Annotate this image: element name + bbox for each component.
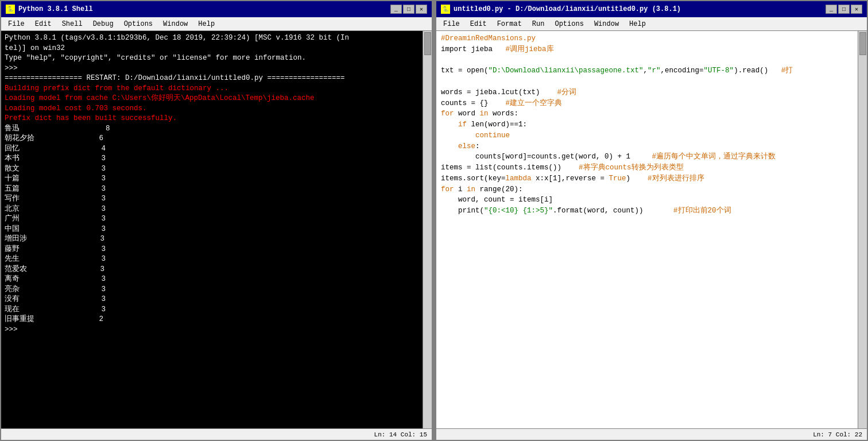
- editor-menu-run[interactable]: Run: [528, 19, 549, 29]
- editor-menu-help[interactable]: Help: [625, 19, 650, 29]
- shell-title-left: 🐍 Python 3.8.1 Shell: [6, 5, 93, 14]
- menu-edit[interactable]: Edit: [30, 19, 56, 29]
- shell-output[interactable]: Python 3.8.1 (tags/v3.8.1:1b293b6, Dec 1…: [1, 31, 423, 428]
- shell-title-text: Python 3.8.1 Shell: [18, 5, 93, 13]
- maximize-button[interactable]: □: [403, 5, 414, 14]
- shell-status-bar: Ln: 14 Col: 15: [1, 428, 432, 440]
- editor-icon: 🐍: [441, 5, 450, 14]
- editor-menu-edit[interactable]: Edit: [466, 19, 491, 29]
- editor-menu-file[interactable]: File: [439, 19, 464, 29]
- shell-title-bar: 🐍 Python 3.8.1 Shell _ □ ✕: [1, 1, 432, 17]
- editor-title-left: 🐍 untitled0.py - D:/Download/lianxii/unt…: [441, 5, 681, 14]
- editor-title-bar: 🐍 untitled0.py - D:/Download/lianxii/unt…: [436, 1, 867, 17]
- python-shell-window: 🐍 Python 3.8.1 Shell _ □ ✕ File Edit She…: [0, 0, 433, 441]
- editor-menu-options[interactable]: Options: [550, 19, 588, 29]
- minimize-button[interactable]: _: [390, 5, 402, 14]
- editor-content-wrapper: #DreaminRedMansions.py import jieba #调用j…: [436, 31, 867, 428]
- editor-window: 🐍 untitled0.py - D:/Download/lianxii/unt…: [435, 0, 868, 441]
- menu-shell[interactable]: Shell: [57, 19, 87, 29]
- close-button[interactable]: ✕: [416, 5, 427, 14]
- editor-scrollbar[interactable]: [858, 31, 867, 428]
- menu-window[interactable]: Window: [158, 19, 192, 29]
- menu-file[interactable]: File: [3, 19, 29, 29]
- editor-status-text: Ln: 7 Col: 22: [813, 431, 862, 438]
- editor-menu-bar: File Edit Format Run Options Window Help: [436, 17, 867, 31]
- editor-menu-format[interactable]: Format: [493, 19, 526, 29]
- menu-help[interactable]: Help: [193, 19, 219, 29]
- editor-area[interactable]: #DreaminRedMansions.py import jieba #调用j…: [436, 31, 858, 428]
- menu-options[interactable]: Options: [119, 19, 157, 29]
- editor-title-text: untitled0.py - D:/Download/lianxii/untit…: [454, 5, 681, 13]
- editor-scrollbar-thumb[interactable]: [859, 32, 866, 55]
- editor-status-bar: Ln: 7 Col: 22: [436, 428, 867, 440]
- shell-menu-bar: File Edit Shell Debug Options Window Hel…: [1, 17, 432, 31]
- shell-scrollbar-thumb[interactable]: [424, 32, 431, 55]
- shell-content-wrapper: Python 3.8.1 (tags/v3.8.1:1b293b6, Dec 1…: [1, 31, 432, 428]
- python-icon: 🐍: [6, 5, 15, 14]
- shell-scrollbar[interactable]: [423, 31, 432, 428]
- editor-menu-window[interactable]: Window: [590, 19, 623, 29]
- editor-minimize-button[interactable]: _: [826, 5, 837, 14]
- shell-status-text: Ln: 14 Col: 15: [374, 431, 427, 438]
- editor-window-controls: _ □ ✕: [826, 5, 862, 14]
- editor-maximize-button[interactable]: □: [838, 5, 850, 14]
- editor-close-button[interactable]: ✕: [851, 5, 862, 14]
- shell-window-controls: _ □ ✕: [390, 5, 427, 14]
- menu-debug[interactable]: Debug: [88, 19, 118, 29]
